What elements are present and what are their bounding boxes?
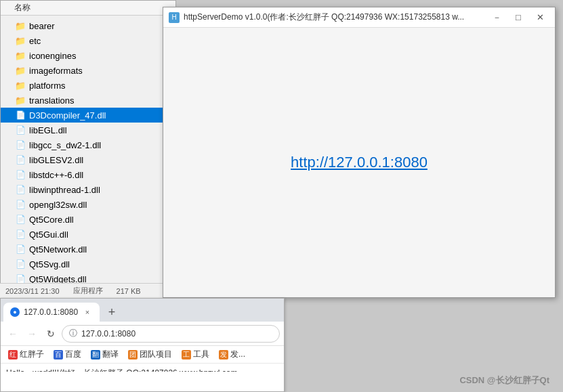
folder-icon: 📁	[14, 65, 26, 76]
page-content-text: Hello，world!!!你好，长沙红胖子 QQ:21497936 www.h…	[6, 368, 237, 372]
file-item[interactable]: 📄Qt5Svg.dll	[1, 257, 175, 271]
dll-icon: 📄	[14, 139, 26, 150]
status-date: 2023/3/11 21:30	[5, 287, 60, 295]
file-item-name: imageformats	[29, 66, 83, 76]
dll-icon: 📄	[14, 154, 26, 165]
bookmark-icon: 发	[219, 350, 228, 360]
file-item[interactable]: 📄libstdc++-6.dll	[1, 167, 175, 182]
qt-title-left: H httpServerDemo v1.0.0(作者:长沙红胖子 QQ:2149…	[169, 12, 464, 23]
file-item[interactable]: 📁iconengines	[1, 48, 175, 63]
file-item-name: libwinpthread-1.dll	[29, 185, 100, 195]
dll-icon: 📄	[14, 214, 26, 225]
file-item[interactable]: 📄libgcc_s_dw2-1.dll	[1, 137, 175, 152]
dll-icon: 📄	[14, 184, 26, 195]
file-item[interactable]: 📄opengl32sw.dll	[1, 197, 175, 212]
file-item[interactable]: 📁translations	[1, 93, 175, 108]
bookmark-label: 发...	[230, 349, 245, 360]
qt-content-area: http://127.0.0.1:8080	[163, 28, 555, 297]
browser-tab-active[interactable]: ● 127.0.0.1:8080 ×	[3, 303, 100, 322]
address-bar[interactable]: ⓘ 127.0.0.1:8080	[62, 325, 280, 343]
file-item[interactable]: 📁bearer	[1, 18, 175, 33]
file-item[interactable]: 📄Qt5Core.dll	[1, 212, 175, 227]
address-text: 127.0.0.1:8080	[81, 329, 135, 339]
file-item-name: libgcc_s_dw2-1.dll	[29, 140, 101, 150]
bookmark-label: 红胖子	[20, 349, 44, 360]
bookmark-item[interactable]: 红红胖子	[5, 347, 47, 362]
folder-icon: 📁	[14, 35, 26, 46]
bookmarks-bar: 红红胖子百百度翻翻译团团队项目工工具发发...	[1, 346, 284, 364]
forward-button[interactable]: →	[24, 326, 40, 342]
bookmark-icon: 红	[8, 350, 18, 360]
status-type: 应用程序	[73, 286, 103, 296]
file-item-name: platforms	[29, 81, 65, 91]
qt-server-link[interactable]: http://127.0.0.1:8080	[291, 154, 428, 171]
file-item[interactable]: 📄libGLESV2.dll	[1, 152, 175, 167]
explorer-status-bar: 2023/3/11 21:30 应用程序 217 KB	[0, 283, 176, 298]
file-item-name: Qt5Svg.dll	[29, 259, 70, 269]
tab-close-button[interactable]: ×	[82, 307, 93, 318]
file-item-name: libGLESV2.dll	[29, 155, 83, 165]
favicon-dot: ●	[13, 309, 16, 315]
tab-title: 127.0.0.1:8080	[24, 307, 78, 317]
folder-icon: 📁	[14, 80, 26, 91]
name-column-label: 名称	[14, 2, 30, 14]
qt-maximize-button[interactable]: □	[509, 10, 528, 25]
bookmark-item[interactable]: 工工具	[178, 347, 213, 362]
status-size: 217 KB	[117, 287, 141, 295]
dll-icon: 📄	[14, 199, 26, 210]
file-explorer: 名称 📁bearer📁etc📁iconengines📁imageformats📁…	[0, 0, 176, 311]
bookmark-label: 百度	[65, 349, 81, 360]
dll-icon: 📄	[14, 244, 26, 255]
file-item-name: etc	[29, 36, 41, 46]
folder-icon: 📁	[14, 20, 26, 31]
qt-titlebar: H httpServerDemo v1.0.0(作者:长沙红胖子 QQ:2149…	[163, 7, 555, 28]
bookmark-icon: 翻	[91, 350, 100, 360]
back-button[interactable]: ←	[5, 326, 21, 342]
browser-window: ● 127.0.0.1:8080 × + ← → ↻ ⓘ 127.0.0.1:8…	[0, 298, 285, 392]
bookmark-icon: 百	[54, 350, 63, 360]
file-item-name: D3Dcompiler_47.dll	[29, 110, 106, 121]
bookmark-item[interactable]: 发发...	[215, 347, 249, 362]
bookmark-label: 团队项目	[140, 349, 172, 360]
file-item[interactable]: 📄libwinpthread-1.dll	[1, 182, 175, 197]
qt-window-controls: － □ ✕	[487, 10, 549, 25]
file-item-name: libEGL.dll	[29, 125, 67, 135]
file-item[interactable]: 📁platforms	[1, 78, 175, 93]
bookmark-label: 工具	[193, 349, 209, 360]
address-lock-icon: ⓘ	[69, 328, 77, 339]
watermark-text: CSDN @长沙红胖子Qt	[459, 375, 549, 385]
file-item[interactable]: 📁imageformats	[1, 63, 175, 78]
qt-app-window: H httpServerDemo v1.0.0(作者:长沙红胖子 QQ:2149…	[163, 7, 556, 298]
dll-icon: 📄	[14, 169, 26, 180]
file-item-name: translations	[29, 95, 74, 106]
file-item-name: bearer	[29, 21, 55, 31]
dll-icon: 📄	[14, 259, 26, 269]
bookmark-icon: 团	[128, 350, 138, 360]
tab-favicon: ●	[10, 307, 20, 317]
file-item-name: libstdc++-6.dll	[29, 170, 83, 180]
bookmark-item[interactable]: 团团队项目	[125, 347, 175, 362]
dll-icon: 📄	[14, 110, 26, 121]
file-item[interactable]: 📄libEGL.dll	[1, 123, 175, 137]
dll-icon: 📄	[14, 125, 26, 135]
bookmark-item[interactable]: 翻翻译	[87, 347, 122, 362]
folder-icon: 📁	[14, 50, 26, 61]
file-item[interactable]: 📄Qt5Gui.dll	[1, 227, 175, 242]
bookmark-label: 翻译	[102, 349, 119, 360]
file-item-name: Qt5Network.dll	[29, 244, 87, 255]
qt-close-button[interactable]: ✕	[530, 10, 549, 25]
folder-icon: 📁	[14, 95, 26, 106]
reload-button[interactable]: ↻	[43, 326, 59, 342]
file-item-name: Qt5Gui.dll	[29, 230, 68, 240]
qt-minimize-button[interactable]: －	[487, 10, 506, 25]
qt-app-icon: H	[169, 12, 180, 23]
bookmark-icon: 工	[182, 350, 191, 360]
file-item[interactable]: 📄Qt5Network.dll	[1, 242, 175, 257]
browser-nav-bar: ← → ↻ ⓘ 127.0.0.1:8080	[1, 322, 284, 346]
file-item[interactable]: 📁etc	[1, 33, 175, 48]
file-item[interactable]: 📄D3Dcompiler_47.dll	[1, 108, 175, 123]
new-tab-button[interactable]: +	[102, 303, 121, 322]
file-item-name: opengl32sw.dll	[29, 200, 87, 210]
bookmark-item[interactable]: 百百度	[50, 347, 85, 362]
file-item-name: iconengines	[29, 51, 76, 61]
